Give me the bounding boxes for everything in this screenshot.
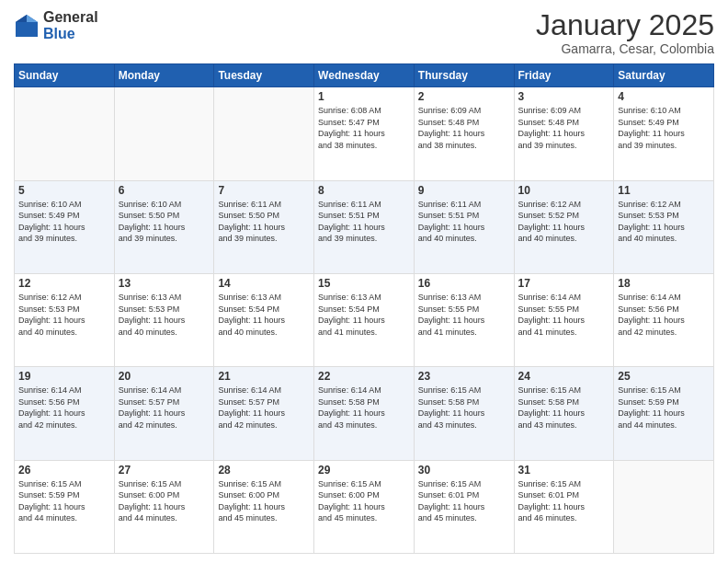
- day-number: 11: [618, 184, 710, 197]
- logo-text: General Blue: [43, 9, 98, 41]
- day-number: 18: [618, 277, 710, 290]
- day-info: Sunrise: 6:09 AM Sunset: 5:48 PM Dayligh…: [418, 105, 510, 151]
- calendar-cell-2-6: 10Sunrise: 6:12 AM Sunset: 5:52 PM Dayli…: [514, 180, 614, 273]
- month-title: January 2025: [536, 9, 714, 41]
- calendar-cell-1-7: 4Sunrise: 6:10 AM Sunset: 5:49 PM Daylig…: [614, 87, 714, 180]
- calendar-cell-5-5: 30Sunrise: 6:15 AM Sunset: 6:01 PM Dayli…: [414, 460, 514, 553]
- day-number: 19: [18, 370, 110, 383]
- calendar-cell-1-1: [15, 87, 115, 180]
- calendar-cell-3-3: 14Sunrise: 6:13 AM Sunset: 5:54 PM Dayli…: [214, 273, 314, 366]
- day-info: Sunrise: 6:15 AM Sunset: 6:00 PM Dayligh…: [318, 478, 410, 524]
- day-number: 31: [518, 464, 610, 477]
- calendar-cell-2-7: 11Sunrise: 6:12 AM Sunset: 5:53 PM Dayli…: [614, 180, 714, 273]
- weekday-header-row: SundayMondayTuesdayWednesdayThursdayFrid…: [15, 64, 714, 87]
- week-row-2: 5Sunrise: 6:10 AM Sunset: 5:49 PM Daylig…: [15, 180, 714, 273]
- calendar-cell-1-5: 2Sunrise: 6:09 AM Sunset: 5:48 PM Daylig…: [414, 87, 514, 180]
- day-number: 10: [518, 184, 610, 197]
- day-number: 14: [218, 277, 310, 290]
- calendar-cell-5-6: 31Sunrise: 6:15 AM Sunset: 6:01 PM Dayli…: [514, 460, 614, 553]
- page: General Blue January 2025 Gamarra, Cesar…: [0, 0, 728, 563]
- day-number: 22: [318, 370, 410, 383]
- calendar-cell-1-4: 1Sunrise: 6:08 AM Sunset: 5:47 PM Daylig…: [314, 87, 415, 180]
- weekday-header-tuesday: Tuesday: [214, 64, 314, 87]
- weekday-header-friday: Friday: [514, 64, 614, 87]
- day-info: Sunrise: 6:08 AM Sunset: 5:47 PM Dayligh…: [318, 105, 410, 151]
- day-number: 29: [318, 464, 410, 477]
- day-number: 20: [119, 370, 210, 383]
- day-number: 28: [218, 464, 310, 477]
- calendar-cell-4-6: 24Sunrise: 6:15 AM Sunset: 5:58 PM Dayli…: [514, 367, 614, 460]
- day-number: 17: [518, 277, 610, 290]
- calendar-cell-5-4: 29Sunrise: 6:15 AM Sunset: 6:00 PM Dayli…: [314, 460, 415, 553]
- day-info: Sunrise: 6:14 AM Sunset: 5:55 PM Dayligh…: [518, 292, 610, 338]
- day-info: Sunrise: 6:13 AM Sunset: 5:54 PM Dayligh…: [318, 292, 410, 338]
- calendar-cell-3-1: 12Sunrise: 6:12 AM Sunset: 5:53 PM Dayli…: [15, 273, 115, 366]
- day-number: 7: [218, 184, 310, 197]
- day-info: Sunrise: 6:15 AM Sunset: 6:00 PM Dayligh…: [119, 478, 210, 524]
- day-info: Sunrise: 6:15 AM Sunset: 6:00 PM Dayligh…: [218, 478, 310, 524]
- day-info: Sunrise: 6:11 AM Sunset: 5:50 PM Dayligh…: [218, 199, 310, 245]
- day-info: Sunrise: 6:11 AM Sunset: 5:51 PM Dayligh…: [318, 199, 410, 245]
- calendar-cell-3-7: 18Sunrise: 6:14 AM Sunset: 5:56 PM Dayli…: [614, 273, 714, 366]
- day-info: Sunrise: 6:15 AM Sunset: 6:01 PM Dayligh…: [418, 478, 510, 524]
- calendar-cell-4-4: 22Sunrise: 6:14 AM Sunset: 5:58 PM Dayli…: [314, 367, 415, 460]
- calendar-cell-3-4: 15Sunrise: 6:13 AM Sunset: 5:54 PM Dayli…: [314, 273, 415, 366]
- day-number: 23: [418, 370, 510, 383]
- calendar-cell-1-3: [214, 87, 314, 180]
- day-number: 3: [518, 90, 610, 103]
- day-number: 25: [618, 370, 710, 383]
- day-info: Sunrise: 6:15 AM Sunset: 5:59 PM Dayligh…: [18, 478, 110, 524]
- calendar-cell-1-6: 3Sunrise: 6:09 AM Sunset: 5:48 PM Daylig…: [514, 87, 614, 180]
- calendar-cell-5-3: 28Sunrise: 6:15 AM Sunset: 6:00 PM Dayli…: [214, 460, 314, 553]
- calendar-cell-5-1: 26Sunrise: 6:15 AM Sunset: 5:59 PM Dayli…: [15, 460, 115, 553]
- week-row-3: 12Sunrise: 6:12 AM Sunset: 5:53 PM Dayli…: [15, 273, 714, 366]
- day-info: Sunrise: 6:14 AM Sunset: 5:56 PM Dayligh…: [18, 385, 110, 431]
- day-number: 4: [618, 90, 710, 103]
- header: General Blue January 2025 Gamarra, Cesar…: [14, 9, 714, 56]
- day-number: 30: [418, 464, 510, 477]
- day-number: 8: [318, 184, 410, 197]
- day-info: Sunrise: 6:13 AM Sunset: 5:55 PM Dayligh…: [418, 292, 510, 338]
- day-info: Sunrise: 6:14 AM Sunset: 5:56 PM Dayligh…: [618, 292, 710, 338]
- day-number: 2: [418, 90, 510, 103]
- day-info: Sunrise: 6:10 AM Sunset: 5:50 PM Dayligh…: [119, 199, 210, 245]
- calendar-cell-4-3: 21Sunrise: 6:14 AM Sunset: 5:57 PM Dayli…: [214, 367, 314, 460]
- day-number: 9: [418, 184, 510, 197]
- day-info: Sunrise: 6:15 AM Sunset: 6:01 PM Dayligh…: [518, 478, 610, 524]
- calendar-cell-4-5: 23Sunrise: 6:15 AM Sunset: 5:58 PM Dayli…: [414, 367, 514, 460]
- day-number: 16: [418, 277, 510, 290]
- calendar-cell-4-1: 19Sunrise: 6:14 AM Sunset: 5:56 PM Dayli…: [15, 367, 115, 460]
- weekday-header-sunday: Sunday: [15, 64, 115, 87]
- svg-marker-2: [16, 15, 27, 22]
- day-info: Sunrise: 6:14 AM Sunset: 5:57 PM Dayligh…: [218, 385, 310, 431]
- logo: General Blue: [14, 9, 98, 41]
- calendar-cell-3-2: 13Sunrise: 6:13 AM Sunset: 5:53 PM Dayli…: [114, 273, 214, 366]
- day-info: Sunrise: 6:12 AM Sunset: 5:53 PM Dayligh…: [618, 199, 710, 245]
- day-info: Sunrise: 6:10 AM Sunset: 5:49 PM Dayligh…: [618, 105, 710, 151]
- calendar-cell-5-7: [614, 460, 714, 553]
- day-info: Sunrise: 6:09 AM Sunset: 5:48 PM Dayligh…: [518, 105, 610, 151]
- day-info: Sunrise: 6:13 AM Sunset: 5:53 PM Dayligh…: [119, 292, 210, 338]
- calendar-cell-3-6: 17Sunrise: 6:14 AM Sunset: 5:55 PM Dayli…: [514, 273, 614, 366]
- day-info: Sunrise: 6:11 AM Sunset: 5:51 PM Dayligh…: [418, 199, 510, 245]
- weekday-header-monday: Monday: [114, 64, 214, 87]
- calendar-cell-2-3: 7Sunrise: 6:11 AM Sunset: 5:50 PM Daylig…: [214, 180, 314, 273]
- day-number: 26: [18, 464, 110, 477]
- day-info: Sunrise: 6:14 AM Sunset: 5:57 PM Dayligh…: [119, 385, 210, 431]
- calendar-cell-2-4: 8Sunrise: 6:11 AM Sunset: 5:51 PM Daylig…: [314, 180, 415, 273]
- calendar-cell-2-2: 6Sunrise: 6:10 AM Sunset: 5:50 PM Daylig…: [114, 180, 214, 273]
- week-row-4: 19Sunrise: 6:14 AM Sunset: 5:56 PM Dayli…: [15, 367, 714, 460]
- calendar-cell-4-7: 25Sunrise: 6:15 AM Sunset: 5:59 PM Dayli…: [614, 367, 714, 460]
- day-info: Sunrise: 6:14 AM Sunset: 5:58 PM Dayligh…: [318, 385, 410, 431]
- day-number: 15: [318, 277, 410, 290]
- weekday-header-wednesday: Wednesday: [314, 64, 415, 87]
- week-row-5: 26Sunrise: 6:15 AM Sunset: 5:59 PM Dayli…: [15, 460, 714, 553]
- day-number: 13: [119, 277, 210, 290]
- day-info: Sunrise: 6:12 AM Sunset: 5:52 PM Dayligh…: [518, 199, 610, 245]
- calendar-cell-1-2: [114, 87, 214, 180]
- weekday-header-thursday: Thursday: [414, 64, 514, 87]
- day-number: 5: [18, 184, 110, 197]
- calendar: SundayMondayTuesdayWednesdayThursdayFrid…: [14, 63, 714, 554]
- title-block: January 2025 Gamarra, Cesar, Colombia: [536, 9, 714, 56]
- day-number: 27: [119, 464, 210, 477]
